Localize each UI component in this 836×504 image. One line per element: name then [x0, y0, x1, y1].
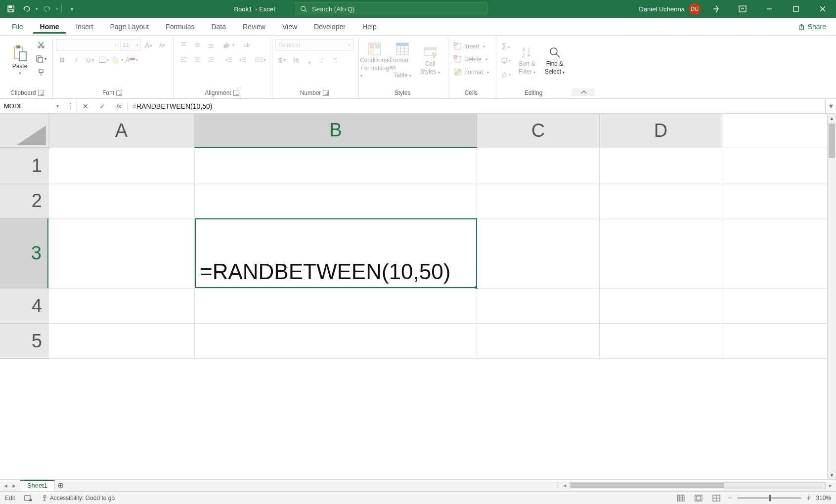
- scroll-down-icon[interactable]: ▼: [828, 470, 836, 479]
- bold-button[interactable]: B: [56, 53, 69, 66]
- number-dialog-launcher[interactable]: [323, 90, 329, 96]
- column-header[interactable]: C: [477, 114, 600, 148]
- increase-indent-icon[interactable]: [236, 53, 249, 66]
- tab-developer[interactable]: Developer: [307, 20, 352, 34]
- format-painter-icon[interactable]: [35, 66, 47, 79]
- decrease-decimal-icon[interactable]: .00→0: [331, 53, 344, 66]
- collapse-ribbon-icon[interactable]: [572, 88, 595, 96]
- tab-review[interactable]: Review: [236, 20, 272, 34]
- horizontal-scrollbar[interactable]: [569, 482, 826, 489]
- font-dialog-launcher[interactable]: [116, 90, 122, 96]
- zoom-in-icon[interactable]: +: [806, 494, 811, 503]
- cell[interactable]: [477, 218, 600, 288]
- normal-view-icon[interactable]: [674, 493, 687, 503]
- cell[interactable]: [477, 324, 600, 358]
- decrease-font-icon[interactable]: A▾: [156, 39, 169, 51]
- minimize-icon[interactable]: [758, 0, 781, 18]
- tab-formulas[interactable]: Formulas: [159, 20, 201, 34]
- fill-color-icon[interactable]: ▾: [111, 53, 124, 66]
- conditional-formatting-button[interactable]: Conditional Formatting ▾: [362, 39, 388, 82]
- cell[interactable]: [477, 148, 600, 183]
- format-as-table-button[interactable]: Format as Table ▾: [390, 39, 415, 82]
- close-icon[interactable]: [811, 0, 834, 18]
- font-size-select[interactable]: 11▾: [120, 39, 141, 51]
- align-middle-icon[interactable]: [191, 39, 204, 51]
- select-all-corner[interactable]: [0, 114, 48, 148]
- row-header[interactable]: 1: [0, 148, 48, 183]
- cell[interactable]: [195, 324, 477, 358]
- cell[interactable]: [477, 289, 600, 323]
- decrease-indent-icon[interactable]: [222, 53, 235, 66]
- search-box[interactable]: Search (Alt+Q): [295, 2, 487, 15]
- scroll-up-icon[interactable]: ▲: [828, 114, 836, 123]
- undo-icon[interactable]: [20, 2, 34, 16]
- cell[interactable]: [600, 324, 722, 358]
- sheet-nav-prev-icon[interactable]: ◄: [3, 483, 8, 489]
- macro-record-icon[interactable]: [24, 495, 32, 502]
- tab-page-layout[interactable]: Page Layout: [103, 20, 156, 34]
- format-cells-button[interactable]: Format▾: [451, 66, 491, 78]
- copy-icon[interactable]: ▾: [35, 52, 47, 65]
- cell[interactable]: [48, 324, 195, 358]
- paste-button[interactable]: Paste ▾: [7, 39, 33, 82]
- customize-qat-icon[interactable]: ▾: [65, 2, 79, 16]
- cell[interactable]: [600, 183, 722, 218]
- tab-insert[interactable]: Insert: [69, 20, 100, 34]
- tab-file[interactable]: File: [5, 20, 30, 34]
- comma-style-icon[interactable]: ,: [303, 53, 316, 66]
- cell[interactable]: [195, 148, 477, 183]
- cancel-formula-icon[interactable]: ✕: [77, 102, 94, 110]
- sort-filter-button[interactable]: AZ Sort & Filter ▾: [514, 39, 540, 82]
- merge-center-icon[interactable]: ▾: [254, 53, 267, 66]
- number-format-select[interactable]: General▾: [275, 39, 353, 51]
- add-sheet-button[interactable]: ⊕: [55, 480, 67, 491]
- underline-button[interactable]: U▾: [84, 53, 96, 66]
- delete-cells-button[interactable]: Delete▾: [451, 53, 489, 65]
- accessibility-status[interactable]: Accessibility: Good to go: [41, 495, 115, 502]
- align-center-icon[interactable]: [191, 53, 204, 66]
- border-icon[interactable]: ▾: [97, 53, 110, 66]
- vertical-scrollbar[interactable]: [828, 123, 836, 470]
- sheet-nav-next-icon[interactable]: ►: [11, 483, 17, 489]
- avatar[interactable]: DU: [689, 3, 701, 15]
- cell[interactable]: [48, 218, 195, 288]
- row-header[interactable]: 4: [0, 289, 48, 324]
- ribbon-display-icon[interactable]: [731, 0, 754, 18]
- insert-cells-button[interactable]: Insert▾: [451, 41, 487, 52]
- cell[interactable]: [48, 183, 195, 218]
- cell[interactable]: [48, 289, 195, 323]
- find-select-button[interactable]: Find & Select ▾: [542, 39, 568, 82]
- hscroll-right-icon[interactable]: ►: [828, 483, 833, 488]
- cell[interactable]: [48, 148, 195, 183]
- coming-soon-icon[interactable]: [704, 0, 727, 18]
- cell[interactable]: [195, 183, 477, 218]
- cell[interactable]: [600, 218, 722, 288]
- font-name-select[interactable]: ▾: [56, 39, 119, 51]
- align-bottom-icon[interactable]: [205, 39, 218, 51]
- autosum-icon[interactable]: Σ▾: [499, 41, 512, 53]
- row-header[interactable]: 2: [0, 183, 48, 218]
- name-box-dropdown-icon[interactable]: ▼: [55, 104, 60, 109]
- zoom-out-icon[interactable]: −: [728, 494, 732, 503]
- currency-icon[interactable]: $▾: [275, 53, 288, 66]
- cell[interactable]: [600, 289, 722, 323]
- fill-icon[interactable]: ▾: [499, 54, 512, 67]
- alignment-dialog-launcher[interactable]: [233, 90, 239, 96]
- wrap-text-icon[interactable]: ab: [240, 39, 253, 51]
- name-box[interactable]: MODE ▼: [0, 99, 64, 113]
- formula-input[interactable]: =RANDBETWEEN(10,50): [128, 99, 825, 113]
- fx-icon[interactable]: fx: [111, 102, 128, 110]
- align-top-icon[interactable]: [177, 39, 190, 51]
- zoom-level[interactable]: 310%: [816, 495, 831, 502]
- italic-button[interactable]: I: [70, 53, 83, 66]
- tab-home[interactable]: Home: [33, 20, 66, 34]
- clear-icon[interactable]: ▾: [499, 68, 512, 81]
- share-button[interactable]: Share: [793, 21, 831, 33]
- expand-formula-bar-icon[interactable]: ▾: [825, 99, 836, 113]
- accept-formula-icon[interactable]: ✓: [94, 102, 111, 110]
- hscroll-left-icon[interactable]: ◄: [562, 483, 567, 488]
- tab-view[interactable]: View: [275, 20, 304, 34]
- row-header[interactable]: 3: [0, 218, 48, 289]
- increase-font-icon[interactable]: A▴: [142, 39, 155, 51]
- page-layout-view-icon[interactable]: [692, 493, 705, 503]
